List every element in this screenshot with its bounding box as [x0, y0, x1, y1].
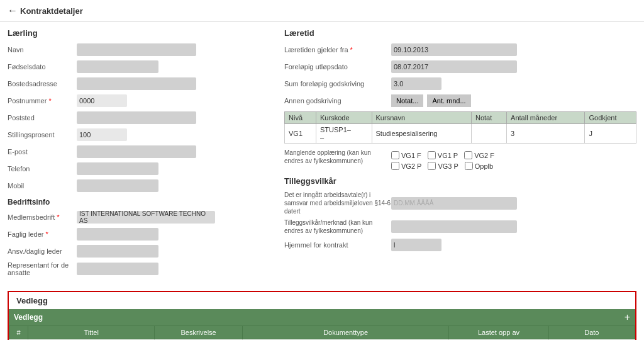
poststed-label: Poststed [8, 114, 77, 122]
checkbox-opplb[interactable]: Opplb [465, 162, 493, 170]
tilleggsvilkar-input[interactable] [391, 220, 517, 233]
kurs-col-notat: Notat [471, 112, 506, 124]
checkbox-vg1p[interactable]: VG1 P [428, 151, 458, 159]
sum-godskriving-value[interactable]: 3.0 [391, 77, 441, 90]
representant-label: Representant for de ansatte [8, 261, 77, 276]
utlopsdato-row: Foreløpig utløpsdato 08.07.2017 [284, 60, 636, 74]
manglende-checkboxes: VG1 F VG1 P VG2 F [391, 149, 494, 170]
gjelder-fra-value[interactable]: 09.10.2013 [391, 43, 517, 56]
kurs-col-kursnavn: Kursnavn [372, 112, 471, 124]
tilleggsvilkar-section: Tilleggsvilkår Det er inngått arbeidsavt… [284, 176, 636, 252]
page-header: ← Kontraktdetaljer [0, 0, 644, 22]
sum-godskriving-label: Sum foreløpig godskriving [284, 80, 391, 88]
antmnd-button[interactable]: Ant. mnd... [427, 94, 470, 107]
fodselsdato-row: Fødselsdato [8, 60, 272, 74]
vedlegg-outer-title: Vedlegg [9, 292, 635, 309]
representant-row: Representant for de ansatte [8, 261, 272, 276]
stillingsprosent-input[interactable]: 100 [77, 128, 127, 141]
manglende-label: Manglende opplæring (kan kun endres av f… [284, 149, 391, 165]
back-button[interactable]: ← Kontraktdetaljer [8, 5, 83, 16]
annen-godskriving-controls: Notat... Ant. mnd... [391, 94, 471, 107]
kurs-col-niva: Nivå [285, 112, 316, 124]
bostedsadresse-row: Bostedsadresse [8, 77, 272, 91]
vedlegg-add-button[interactable]: + [625, 312, 630, 323]
arbeidsmiljo-input[interactable]: DD.MM.ÅÅÅÅ [391, 197, 517, 210]
checkbox-vg3p-input[interactable] [428, 162, 436, 170]
telefon-row: Telefon [8, 162, 272, 176]
mobil-input[interactable] [77, 179, 158, 192]
notat-button[interactable]: Notat... [391, 94, 423, 107]
left-column: Lærling Navn Fødselsdato Bostedsadresse … [8, 28, 272, 280]
manglende-row: Manglende opplæring (kan kun endres av f… [284, 149, 636, 170]
checkbox-opplb-input[interactable] [465, 162, 473, 170]
gjelder-fra-label: Læretiden gjelder fra [284, 46, 391, 54]
checkbox-vg3p-label: VG3 P [438, 162, 458, 170]
epost-row: E-post [8, 145, 272, 159]
checkbox-vg1f[interactable]: VG1 F [391, 151, 421, 159]
laerling-section-title: Lærling [8, 28, 272, 38]
checkbox-vg2f-label: VG2 F [474, 152, 494, 159]
hjemmel-value[interactable]: l [391, 239, 441, 251]
vedlegg-table-title: Vedlegg [14, 313, 43, 322]
ansv-daglig-input[interactable] [77, 245, 158, 258]
page: ← Kontraktdetaljer Lærling Navn Fødselsd… [0, 0, 644, 340]
page-title: Kontraktdetaljer [20, 6, 83, 16]
vedlegg-col-dato: Dato [548, 326, 635, 339]
bostedsadresse-input[interactable] [77, 77, 196, 90]
checkbox-vg2p-input[interactable] [391, 162, 399, 170]
arbeidsmiljo-row: Det er inngått arbeidsavtale(r) i samsva… [284, 191, 636, 215]
fodselsdato-input[interactable] [77, 60, 158, 73]
sum-godskriving-row: Sum foreløpig godskriving 3.0 [284, 77, 636, 91]
epost-input[interactable] [77, 145, 196, 158]
navn-row: Navn [8, 43, 272, 57]
kurs-kurskode: STUSP1–– [316, 124, 372, 144]
kurs-col-antall: Antall måneder [507, 112, 585, 124]
vedlegg-table: # Tittel Beskrivelse Dokumenttype Lastet… [9, 326, 635, 340]
tilleggsvilkar-row: Tilleggsvilkår/merknad (kan kun endres a… [284, 218, 636, 235]
kurs-col-godkjent: Godkjent [585, 112, 636, 124]
arbeidsmiljo-label: Det er inngått arbeidsavtale(r) i samsva… [284, 191, 391, 215]
checkbox-vg1f-input[interactable] [391, 151, 399, 159]
ansv-daglig-row: Ansv./daglig leder [8, 244, 272, 258]
bedriftsinfo-title: Bedriftsinfo [8, 198, 272, 207]
postnummer-row: Postnummer 0000 [8, 94, 272, 108]
laretid-section-title: Læretid [284, 28, 636, 38]
bostedsadresse-label: Bostedsadresse [8, 80, 77, 88]
mobil-label: Mobil [8, 182, 77, 190]
utlopsdato-value[interactable]: 08.07.2017 [391, 60, 517, 73]
kurs-kursnavn: Studiespesialisering [372, 124, 471, 144]
kurs-row: VG1 STUSP1–– Studiespesialisering 3 J [285, 124, 636, 144]
checkbox-vg2p[interactable]: VG2 P [391, 162, 421, 170]
faglig-leder-label: Faglig leder [8, 230, 77, 238]
checkbox-vg2p-label: VG2 P [401, 162, 421, 170]
poststed-input[interactable] [77, 111, 196, 124]
kurs-godkjent: J [585, 124, 636, 144]
vedlegg-col-num: # [9, 326, 28, 339]
tilleggsvilkar-label: Tilleggsvilkår/merknad (kan kun endres a… [284, 218, 391, 235]
telefon-input[interactable] [77, 162, 158, 175]
checkbox-vg3p[interactable]: VG3 P [428, 162, 458, 170]
checkbox-vg2f[interactable]: VG2 F [464, 151, 494, 159]
kurs-niva: VG1 [285, 124, 316, 144]
annen-godskriving-row: Annen godskriving Notat... Ant. mnd... [284, 94, 636, 108]
back-arrow-icon: ← [8, 5, 18, 16]
gjelder-fra-row: Læretiden gjelder fra 09.10.2013 [284, 43, 636, 57]
postnummer-input[interactable]: 0000 [77, 94, 127, 107]
hjemmel-row: Hjemmel for kontrakt l [284, 238, 636, 252]
navn-label: Navn [8, 46, 77, 54]
vedlegg-col-lastet: Lastet opp av [449, 326, 548, 339]
checkbox-vg2f-input[interactable] [464, 151, 472, 159]
faglig-leder-input[interactable] [77, 228, 158, 241]
fodselsdato-label: Fødselsdato [8, 63, 77, 71]
checkbox-vg1p-input[interactable] [428, 151, 436, 159]
medlemsbedrift-input[interactable]: IST INTERNATIONAL SOFTWARE TECHNO AS [77, 211, 215, 224]
kurs-notat [471, 124, 506, 144]
faglig-leder-row: Faglig leder [8, 227, 272, 241]
representant-input[interactable] [77, 263, 158, 275]
navn-input[interactable] [77, 43, 196, 56]
vedlegg-col-tittel: Tittel [28, 326, 155, 339]
annen-godskriving-label: Annen godskriving [284, 97, 391, 105]
vedlegg-col-beskrivelse: Beskrivelse [155, 326, 243, 339]
tilleggsvilkar-title: Tilleggsvilkår [284, 176, 636, 186]
utlopsdato-label: Foreløpig utløpsdato [284, 63, 391, 71]
